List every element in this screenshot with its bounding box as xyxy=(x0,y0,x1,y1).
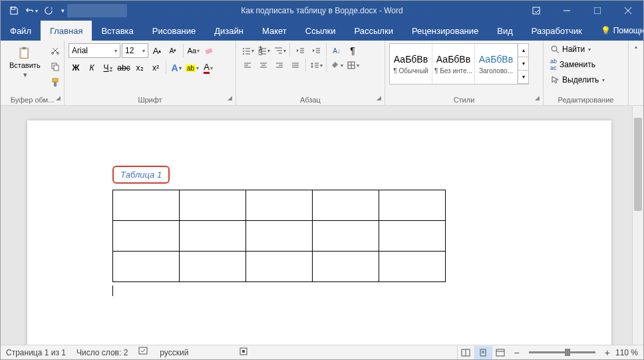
web-layout-button[interactable] xyxy=(492,346,509,359)
maximize-button[interactable] xyxy=(582,1,613,21)
save-button[interactable] xyxy=(6,3,22,19)
superscript-button[interactable]: x² xyxy=(148,61,163,75)
zoom-level[interactable]: 110 % xyxy=(615,348,638,357)
clipboard-launcher[interactable]: ◢ xyxy=(53,94,63,104)
find-button[interactable]: Найти▾ xyxy=(548,43,624,55)
svg-point-16 xyxy=(243,48,244,49)
document-table[interactable] xyxy=(112,190,446,282)
highlight-button[interactable]: ab▾ xyxy=(185,61,200,75)
zoom-out-button[interactable]: − xyxy=(514,347,520,358)
quick-access-toolbar: ▾ ▾ xyxy=(1,3,67,19)
shading-button[interactable]: ▾ xyxy=(329,58,344,73)
tab-view[interactable]: Вид xyxy=(488,21,522,41)
tab-file[interactable]: Файл xyxy=(1,21,41,41)
tab-review[interactable]: Рецензирование xyxy=(402,21,488,41)
styles-gallery: АаБбВв¶ Обычный АаБбВв¶ Без инте... АаБб… xyxy=(389,43,529,85)
close-button[interactable] xyxy=(613,1,643,21)
zoom-in-button[interactable]: + xyxy=(605,347,610,358)
tab-mailings[interactable]: Рассылки xyxy=(345,21,402,41)
read-mode-button[interactable] xyxy=(457,346,474,359)
tab-developer[interactable]: Разработчик xyxy=(522,21,591,41)
table-caption[interactable]: Таблица 1 xyxy=(112,166,170,184)
print-layout-button[interactable] xyxy=(474,346,492,359)
style-no-spacing[interactable]: АаБбВв¶ Без инте... xyxy=(432,44,475,84)
cut-button[interactable] xyxy=(48,43,63,58)
sort-button[interactable]: A↓ xyxy=(329,43,344,58)
grow-font-button[interactable]: A▴ xyxy=(150,43,164,58)
format-painter-button[interactable] xyxy=(48,75,63,90)
style-heading1[interactable]: АаБбВвЗаголово... xyxy=(475,44,518,84)
font-color-button[interactable]: A▾ xyxy=(201,61,216,75)
status-page[interactable]: Страница 1 из 1 xyxy=(6,348,66,357)
styles-scroll[interactable]: ▴▾▾ xyxy=(518,44,528,84)
tab-references[interactable]: Ссылки xyxy=(296,21,345,41)
status-spellcheck[interactable] xyxy=(138,347,149,358)
tab-help[interactable]: 💡Помощн xyxy=(591,21,644,41)
scroll-thumb[interactable] xyxy=(634,118,642,211)
tab-draw[interactable]: Рисование xyxy=(143,21,205,41)
justify-button[interactable] xyxy=(288,58,303,73)
underline-button[interactable]: Ч▾ xyxy=(100,61,115,75)
line-spacing-button[interactable]: ▾ xyxy=(309,58,323,73)
paste-button[interactable]: Вставить▾ xyxy=(5,43,45,83)
svg-point-18 xyxy=(243,51,244,52)
collapse-ribbon-button[interactable]: ˄ xyxy=(629,43,643,58)
vertical-scrollbar[interactable] xyxy=(632,106,643,345)
copy-button[interactable] xyxy=(48,59,63,74)
show-marks-button[interactable]: ¶ xyxy=(345,43,360,58)
styles-launcher[interactable]: ◢ xyxy=(532,94,542,104)
zoom-slider[interactable] xyxy=(529,351,595,353)
change-case-button[interactable]: Aa▾ xyxy=(186,43,201,58)
ribbon-tabs: Файл Главная Вставка Рисование Дизайн Ма… xyxy=(1,21,643,41)
svg-point-56 xyxy=(552,46,557,51)
multilevel-list-button[interactable]: ▾ xyxy=(272,43,287,58)
tab-home[interactable]: Главная xyxy=(41,21,92,41)
user-account[interactable] xyxy=(67,4,127,17)
tab-insert[interactable]: Вставка xyxy=(92,21,142,41)
style-normal[interactable]: АаБбВв¶ Обычный xyxy=(390,44,432,84)
svg-rect-13 xyxy=(53,79,58,82)
decrease-indent-button[interactable] xyxy=(293,43,307,58)
clear-formatting-button[interactable] xyxy=(202,43,217,58)
group-font: Arial▾ 12▾ A▴ A▾ Aa▾ Ж К Ч▾ abc x₂ x² A▾… xyxy=(65,41,236,105)
borders-button[interactable]: ▾ xyxy=(345,58,360,73)
window-controls xyxy=(521,1,643,21)
svg-rect-12 xyxy=(54,65,59,71)
svg-rect-60 xyxy=(242,350,245,353)
bold-button[interactable]: Ж xyxy=(69,61,83,75)
qat-customize-button[interactable]: ▾ xyxy=(58,3,67,19)
status-macro[interactable] xyxy=(239,347,248,358)
numbering-button[interactable]: 123▾ xyxy=(256,43,271,58)
text-cursor xyxy=(112,285,113,296)
ribbon: Вставить▾ Буфер обм... ◢ Arial▾ 12▾ A▴ A… xyxy=(1,41,643,106)
svg-rect-15 xyxy=(205,48,212,54)
subscript-button[interactable]: x₂ xyxy=(132,61,147,75)
select-button[interactable]: Выделить▾ xyxy=(548,74,624,86)
font-size-select[interactable]: 12▾ xyxy=(122,43,148,58)
bullets-button[interactable]: ▾ xyxy=(240,43,255,58)
text-effects-button[interactable]: A▾ xyxy=(169,61,184,75)
redo-button[interactable] xyxy=(41,3,57,19)
undo-button[interactable]: ▾ xyxy=(23,3,39,19)
align-center-button[interactable] xyxy=(256,58,271,73)
italic-button[interactable]: К xyxy=(84,61,99,75)
font-launcher[interactable]: ◢ xyxy=(225,94,234,104)
view-buttons xyxy=(457,346,509,359)
increase-indent-button[interactable] xyxy=(309,43,323,58)
align-left-button[interactable] xyxy=(240,58,255,73)
paragraph-launcher[interactable]: ◢ xyxy=(374,94,383,104)
group-editing: Найти▾ abacЗаменить Выделить▾ Редактиров… xyxy=(544,41,629,105)
status-language[interactable]: русский xyxy=(160,348,188,357)
ribbon-options-button[interactable] xyxy=(521,1,552,21)
svg-rect-58 xyxy=(139,347,147,354)
status-word-count[interactable]: Число слов: 2 xyxy=(77,348,128,357)
align-right-button[interactable] xyxy=(272,58,287,73)
tab-design[interactable]: Дизайн xyxy=(205,21,253,41)
page[interactable]: Таблица 1 xyxy=(27,120,611,345)
tab-layout[interactable]: Макет xyxy=(253,21,296,41)
replace-button[interactable]: abacЗаменить xyxy=(548,57,624,73)
shrink-font-button[interactable]: A▾ xyxy=(166,43,180,58)
font-name-select[interactable]: Arial▾ xyxy=(69,43,120,58)
strikethrough-button[interactable]: abc xyxy=(116,61,131,75)
minimize-button[interactable] xyxy=(552,1,582,21)
